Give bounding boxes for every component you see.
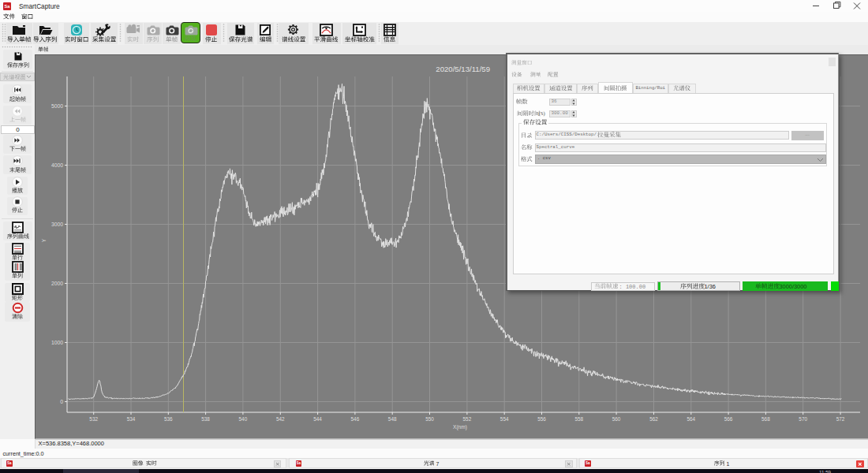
svg-text:Y: Y xyxy=(41,238,47,242)
svg-text:564: 564 xyxy=(687,416,695,422)
svg-text:556: 556 xyxy=(537,416,546,422)
svg-text:3000: 3000 xyxy=(51,222,63,227)
svg-text:532: 532 xyxy=(89,416,98,422)
svg-text:540: 540 xyxy=(239,416,248,422)
svg-text:536: 536 xyxy=(164,416,173,422)
svg-text:552: 552 xyxy=(463,416,472,422)
svg-text:544: 544 xyxy=(313,416,322,422)
svg-text:534: 534 xyxy=(127,416,136,422)
svg-text:5000: 5000 xyxy=(51,103,63,109)
svg-text:542: 542 xyxy=(276,416,285,422)
svg-text:566: 566 xyxy=(724,416,733,422)
svg-text:560: 560 xyxy=(612,416,621,422)
svg-text:570: 570 xyxy=(799,416,807,422)
svg-text:550: 550 xyxy=(425,416,434,422)
svg-text:572: 572 xyxy=(836,416,845,422)
svg-text:568: 568 xyxy=(761,416,770,422)
svg-text:0: 0 xyxy=(60,399,63,404)
svg-text:546: 546 xyxy=(351,416,360,422)
svg-text:554: 554 xyxy=(500,416,509,422)
svg-text:558: 558 xyxy=(574,416,583,422)
svg-text:1000: 1000 xyxy=(51,340,63,345)
svg-text:X(nm): X(nm) xyxy=(453,424,467,430)
svg-text:562: 562 xyxy=(649,416,658,422)
svg-text:2000: 2000 xyxy=(51,281,63,286)
svg-text:4000: 4000 xyxy=(51,162,63,168)
svg-text:538: 538 xyxy=(201,416,210,422)
svg-text:2020/5/13/11/59: 2020/5/13/11/59 xyxy=(436,65,490,73)
svg-text:548: 548 xyxy=(388,416,397,422)
